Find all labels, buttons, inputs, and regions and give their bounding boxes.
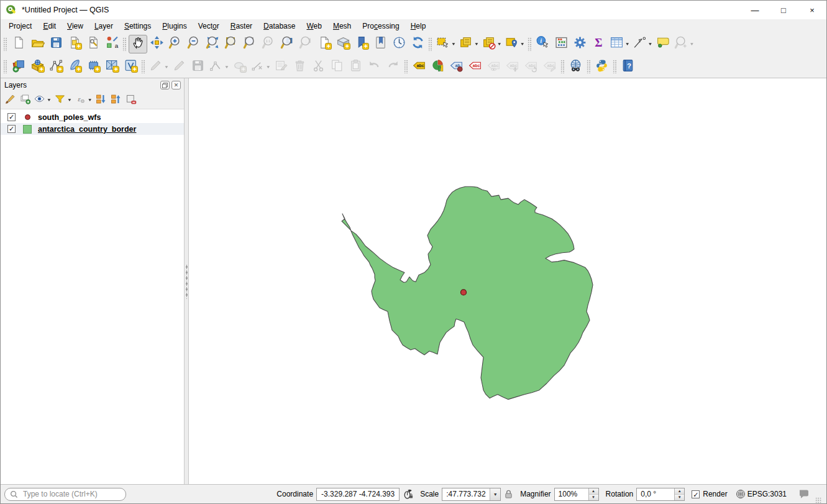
new-spatial-bookmark-button[interactable] <box>352 35 371 53</box>
filter-legend-button[interactable]: ▼ <box>53 93 73 108</box>
chevron-down-icon[interactable]: ▼ <box>451 42 456 46</box>
layer-visibility-checkbox[interactable]: ✓ <box>7 113 16 121</box>
identify-features-button[interactable]: i <box>534 35 552 53</box>
show-layout-manager-button[interactable] <box>84 35 103 53</box>
style-manager-button[interactable]: a <box>103 35 121 53</box>
pin-labels-button[interactable]: ab <box>447 57 466 76</box>
maximize-button[interactable]: □ <box>769 1 798 19</box>
add-group-button[interactable] <box>17 93 32 108</box>
open-layer-styling-button[interactable] <box>2 93 17 108</box>
manage-map-themes-button[interactable]: ▼ <box>32 93 53 108</box>
menu-view[interactable]: View <box>62 21 89 32</box>
chevron-down-icon[interactable]: ▼ <box>88 98 93 103</box>
locator-input[interactable] <box>22 489 121 499</box>
panel-float-icon[interactable] <box>160 81 170 89</box>
map-canvas[interactable] <box>189 78 826 484</box>
render-checkbox[interactable]: ✓ Render <box>692 490 727 498</box>
spin-up-icon[interactable]: ▲ <box>589 488 598 495</box>
menu-layer[interactable]: Layer <box>89 21 119 32</box>
refresh-button[interactable] <box>408 35 427 53</box>
new-shapefile-button[interactable] <box>47 57 65 76</box>
zoom-last-button[interactable] <box>278 35 296 53</box>
menu-settings[interactable]: Settings <box>119 21 157 32</box>
metasearch-button[interactable] <box>567 57 585 76</box>
select-by-value-button[interactable]: ▼ <box>457 35 480 53</box>
chevron-down-icon[interactable]: ▼ <box>690 42 695 46</box>
collapse-all-button[interactable] <box>109 93 124 108</box>
new-virtual-layer-button[interactable] <box>121 57 140 76</box>
toolbar-handle[interactable] <box>404 60 408 73</box>
new-3d-map-view-button[interactable] <box>334 35 352 53</box>
new-geopackage-button[interactable] <box>28 57 47 76</box>
menu-plugins[interactable]: Plugins <box>157 21 192 32</box>
magnifier-spinbox[interactable]: 100% ▲▼ <box>554 488 599 501</box>
toolbar-handle[interactable] <box>3 37 7 51</box>
chevron-down-icon[interactable]: ▼ <box>164 64 169 68</box>
select-by-location-button[interactable]: ▼ <box>503 35 526 53</box>
attribute-table-button[interactable]: ▼ <box>608 35 631 53</box>
layer-labeling-button[interactable]: abc <box>410 57 429 76</box>
chevron-down-icon[interactable]: ▼ <box>474 42 479 46</box>
menu-processing[interactable]: Processing <box>357 21 404 32</box>
chevron-down-icon[interactable]: ▼ <box>47 98 52 103</box>
toolbar-handle[interactable] <box>3 60 7 73</box>
new-spatialite-button[interactable] <box>65 57 84 76</box>
chevron-down-icon[interactable]: ▼ <box>497 42 502 46</box>
lock-scale-icon[interactable] <box>504 489 513 499</box>
remove-layer-button[interactable] <box>124 93 139 108</box>
resize-grip[interactable] <box>815 497 821 503</box>
spin-up-icon[interactable]: ▲ <box>675 488 684 495</box>
menu-vector[interactable]: Vector <box>193 21 225 32</box>
toolbar-handle[interactable] <box>587 60 590 73</box>
new-project-button[interactable] <box>9 35 28 53</box>
chevron-down-icon[interactable]: ▼ <box>266 64 271 68</box>
menu-project[interactable]: Project <box>3 21 37 32</box>
zoom-in-button[interactable] <box>166 35 185 53</box>
new-temporary-scratch-button[interactable] <box>84 57 103 76</box>
rotation-spinbox[interactable]: 0,0 ° ▲▼ <box>636 488 685 501</box>
menu-web[interactable]: Web <box>301 21 327 32</box>
deselect-features-button[interactable]: ▼ <box>480 35 503 53</box>
spin-down-icon[interactable]: ▼ <box>589 495 598 500</box>
help-contents-button[interactable]: ? <box>619 57 637 76</box>
map-tips-button[interactable] <box>654 35 673 53</box>
coordinate-display[interactable]: -3.329.287 -4.724.393 <box>316 488 400 501</box>
layer-item-antarctica_country_border[interactable]: ✓antarctica_country_border <box>1 123 184 135</box>
crs-status[interactable]: EPSG:3031 <box>736 489 787 499</box>
menu-mesh[interactable]: Mesh <box>327 21 357 32</box>
toolbar-handle[interactable] <box>528 37 531 51</box>
layer-visibility-checkbox[interactable]: ✓ <box>7 125 16 133</box>
pan-map-button[interactable] <box>129 35 147 53</box>
zoom-out-button[interactable] <box>185 35 203 53</box>
show-spatial-bookmarks-button[interactable] <box>371 35 390 53</box>
toolbar-handle[interactable] <box>560 60 564 73</box>
zoom-to-selection-button[interactable] <box>222 35 240 53</box>
panel-close-icon[interactable]: ✕ <box>171 81 181 89</box>
toolbar-handle[interactable] <box>428 37 432 51</box>
chevron-down-icon[interactable]: ▼ <box>67 98 72 103</box>
chevron-down-icon[interactable]: ▼ <box>520 42 525 46</box>
menu-raster[interactable]: Raster <box>225 21 258 32</box>
layer-diagram-button[interactable] <box>429 57 447 76</box>
temporal-controller-button[interactable] <box>390 35 408 53</box>
pan-to-selection-button[interactable] <box>147 35 166 53</box>
menu-edit[interactable]: Edit <box>37 21 62 32</box>
panel-splitter[interactable] <box>184 78 189 484</box>
toolbar-handle[interactable] <box>122 37 126 51</box>
new-print-layout-button[interactable] <box>65 35 84 53</box>
highlight-labels-button[interactable]: abc <box>466 57 485 76</box>
new-map-view-button[interactable] <box>315 35 334 53</box>
zoom-to-layer-button[interactable] <box>240 35 259 53</box>
locator-search[interactable] <box>4 488 126 501</box>
select-features-button[interactable]: ▼ <box>434 35 457 53</box>
new-mesh-button[interactable] <box>103 57 121 76</box>
zoom-full-button[interactable] <box>203 35 222 53</box>
chevron-down-icon[interactable]: ▼ <box>490 488 500 500</box>
menu-database[interactable]: Database <box>258 21 301 32</box>
save-project-button[interactable] <box>47 35 65 53</box>
chevron-down-icon[interactable]: ▼ <box>648 42 653 46</box>
processing-toolbox-button[interactable] <box>571 35 590 53</box>
chevron-down-icon[interactable]: ▼ <box>224 64 229 68</box>
minimize-button[interactable]: — <box>741 1 769 19</box>
expand-all-button[interactable] <box>94 93 109 108</box>
